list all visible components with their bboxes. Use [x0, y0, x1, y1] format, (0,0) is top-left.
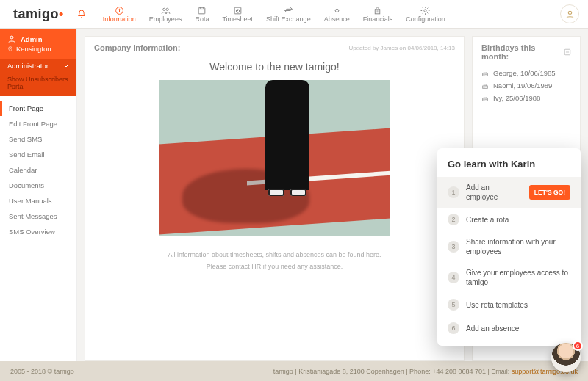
company-info-title: Company information: — [94, 43, 180, 52]
learn-step[interactable]: 1Add an employeeLET'S GO! — [437, 177, 581, 208]
step-number: 6 — [448, 322, 459, 334]
chevron-down-icon — [63, 63, 69, 69]
nav-shift-exchange[interactable]: Shift Exchange — [259, 0, 318, 28]
svg-point-21 — [568, 11, 571, 14]
sidebar-item[interactable]: Documents — [0, 178, 76, 193]
svg-point-4 — [166, 8, 168, 10]
lets-go-button[interactable]: LET'S GO! — [529, 185, 570, 200]
info-text: All information about timesheets, shifts… — [94, 249, 455, 272]
sidebar-user-block[interactable]: Admin Kensington — [0, 29, 76, 59]
learn-step[interactable]: 2Create a rota — [437, 208, 581, 231]
step-label: Use rota templates — [466, 300, 570, 310]
sidebar-item[interactable]: Sent Messages — [0, 208, 76, 224]
nav-label: Timesheet — [222, 15, 253, 23]
nav-label: Configuration — [406, 15, 445, 23]
footer-left: 2005 - 2018 © tamigo — [10, 368, 74, 375]
sidebar-item[interactable]: Edit Front Page — [0, 116, 76, 131]
top-bar: tamigo• InformationEmployeesRotaTimeshee… — [0, 0, 588, 29]
cake-icon — [481, 82, 489, 90]
rota-icon — [196, 5, 207, 15]
learn-step[interactable]: 5Use rota templates — [437, 293, 581, 316]
svg-point-3 — [162, 8, 165, 10]
nav-label: Absence — [324, 15, 350, 23]
nav-financials[interactable]: Financials — [356, 0, 400, 28]
sidebar-role-label: Administrator — [7, 62, 49, 70]
nav-label: Shift Exchange — [266, 15, 311, 23]
nav-label: Financials — [363, 15, 393, 23]
financials-icon — [372, 5, 383, 15]
sidebar-nav: Front PageEdit Front PageSend SMSSend Em… — [0, 96, 76, 239]
cake-icon — [481, 95, 489, 102]
sidebar-user-name: Admin — [21, 35, 43, 43]
company-info-panel: Company information: Updated by James on… — [85, 36, 465, 361]
user-icon — [7, 35, 16, 43]
step-label: Create a rota — [466, 215, 570, 225]
svg-rect-17 — [376, 9, 381, 13]
svg-point-12 — [335, 9, 338, 12]
birthday-item: George, 10/06/1985 — [481, 67, 571, 79]
birthdays-list: George, 10/06/1985Naomi, 19/06/1989Ivy, … — [481, 67, 571, 104]
nav-label: Employees — [149, 15, 182, 23]
step-number: 2 — [448, 214, 459, 225]
shift-exchange-icon — [283, 5, 294, 15]
nav-configuration[interactable]: Configuration — [399, 0, 452, 28]
pin-icon — [7, 46, 13, 52]
birthday-item: Ivy, 25/06/1988 — [481, 92, 571, 104]
welcome-heading: Welcome to the new tamigo! — [94, 61, 455, 73]
sidebar-role-select[interactable]: Administrator — [0, 59, 76, 73]
nav-rota[interactable]: Rota — [188, 0, 215, 28]
step-number: 1 — [448, 186, 459, 198]
step-label: Give your employees access to tamigo — [466, 268, 570, 287]
sidebar-item[interactable]: User Manuals — [0, 193, 76, 208]
top-nav: InformationEmployeesRotaTimesheetShift E… — [96, 0, 452, 28]
footer: 2005 - 2018 © tamigo tamigo | Kristiania… — [0, 361, 588, 381]
step-label: Add an absence — [466, 324, 570, 333]
sidebar-location: Kensington — [16, 45, 51, 53]
birthdays-title: Birthdays this month: — [481, 43, 564, 61]
svg-rect-5 — [199, 7, 206, 13]
sidebar: Admin Kensington Administrator Show Unsu… — [0, 29, 77, 361]
nav-timesheet[interactable]: Timesheet — [215, 0, 259, 28]
learn-title: Go learn with Karin — [437, 159, 581, 177]
footer-right: tamigo | Kristianiagade 8, 2100 Copenhag… — [273, 368, 578, 375]
svg-point-23 — [10, 48, 10, 48]
step-label: Add an employee — [466, 183, 523, 202]
sidebar-item[interactable]: SMS Overview — [0, 224, 76, 239]
nav-employees[interactable]: Employees — [143, 0, 189, 28]
info-line-2: Please contact HR if you need any assist… — [94, 261, 455, 272]
svg-point-22 — [10, 36, 13, 39]
step-number: 4 — [448, 272, 459, 283]
learn-step[interactable]: 6Add an absence — [437, 316, 581, 340]
hero-image — [159, 80, 390, 236]
logo-text: tamigo — [13, 7, 59, 21]
nav-label: Information — [103, 15, 136, 23]
logo-dot: • — [59, 7, 64, 21]
information-icon — [114, 5, 125, 15]
svg-point-2 — [119, 9, 120, 10]
assistant-avatar[interactable]: 6 — [551, 343, 581, 372]
learn-step[interactable]: 4Give your employees access to tamigo — [437, 262, 581, 293]
cake-icon — [481, 70, 489, 77]
minimize-icon[interactable] — [564, 48, 571, 56]
info-line-1: All information about timesheets, shifts… — [94, 249, 455, 261]
nav-absence[interactable]: Absence — [318, 0, 356, 28]
sidebar-item[interactable]: Send SMS — [0, 131, 76, 147]
step-number: 5 — [448, 299, 459, 311]
learn-panel: Go learn with Karin 1Add an employeeLET'… — [437, 148, 581, 346]
birthday-item: Naomi, 19/06/1989 — [481, 79, 571, 92]
sidebar-unsub-link[interactable]: Show Unsubscribers Portal — [0, 73, 76, 96]
logo: tamigo• — [0, 7, 74, 22]
sidebar-item[interactable]: Calendar — [0, 162, 76, 178]
bell-icon[interactable] — [74, 10, 89, 18]
nav-information[interactable]: Information — [96, 0, 143, 28]
user-menu-button[interactable] — [560, 4, 579, 23]
timesheet-icon — [232, 5, 243, 15]
assistant-badge: 6 — [573, 341, 583, 351]
step-number: 3 — [448, 241, 459, 253]
employees-icon — [160, 5, 171, 15]
sidebar-item[interactable]: Front Page — [0, 101, 76, 116]
sidebar-item[interactable]: Send Email — [0, 147, 76, 162]
nav-label: Rota — [195, 15, 209, 23]
learn-step[interactable]: 3Share information with your employees — [437, 231, 581, 262]
step-label: Share information with your employees — [466, 237, 570, 256]
